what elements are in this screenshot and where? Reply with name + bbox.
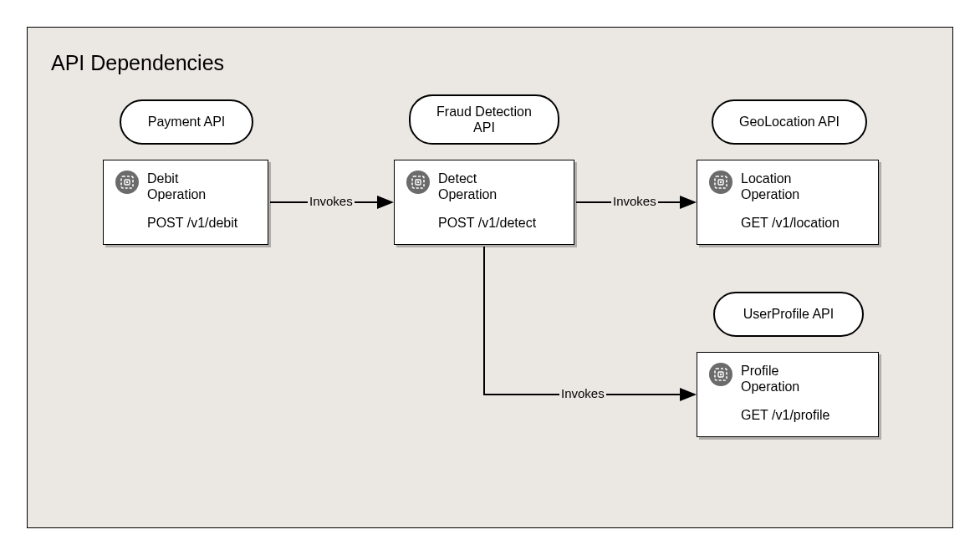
op-endpoint: POST /v1/detect [438, 216, 536, 231]
op-name: Profile Operation [741, 363, 829, 395]
op-endpoint: POST /v1/debit [147, 216, 237, 231]
api-operation-icon [709, 171, 732, 197]
edge-label: Invokes [308, 194, 355, 208]
api-operation-icon [115, 171, 139, 197]
diagram-title: API Dependencies [51, 51, 224, 75]
op-box-debit: Debit Operation POST /v1/debit [103, 160, 268, 245]
api-label: UserProfile API [743, 306, 834, 322]
api-label: Payment API [148, 114, 226, 130]
op-endpoint: GET /v1/profile [741, 408, 829, 423]
op-name: Debit Operation [147, 171, 237, 202]
svg-point-11 [720, 181, 722, 183]
api-label: Fraud Detection API [426, 104, 543, 135]
op-endpoint: GET /v1/location [741, 216, 840, 231]
api-pill-fraud: Fraud Detection API [409, 94, 559, 145]
svg-point-7 [417, 181, 419, 183]
diagram-container: API Dependencies Payment API Fraud Detec… [27, 27, 953, 528]
api-pill-profile: UserProfile API [713, 292, 864, 337]
api-label: GeoLocation API [739, 114, 840, 130]
edge-label: Invokes [611, 194, 658, 208]
api-operation-icon [406, 171, 430, 197]
api-pill-payment: Payment API [120, 99, 253, 145]
edge-label: Invokes [559, 386, 606, 400]
svg-point-15 [720, 374, 722, 375]
op-box-detect: Detect Operation POST /v1/detect [394, 160, 574, 245]
api-pill-geo: GeoLocation API [712, 99, 867, 145]
op-name: Detect Operation [438, 171, 536, 202]
svg-point-3 [126, 181, 128, 183]
op-box-profile: Profile Operation GET /v1/profile [697, 352, 879, 437]
op-box-location: Location Operation GET /v1/location [697, 160, 879, 245]
op-name: Location Operation [741, 171, 840, 202]
api-operation-icon [709, 363, 732, 390]
